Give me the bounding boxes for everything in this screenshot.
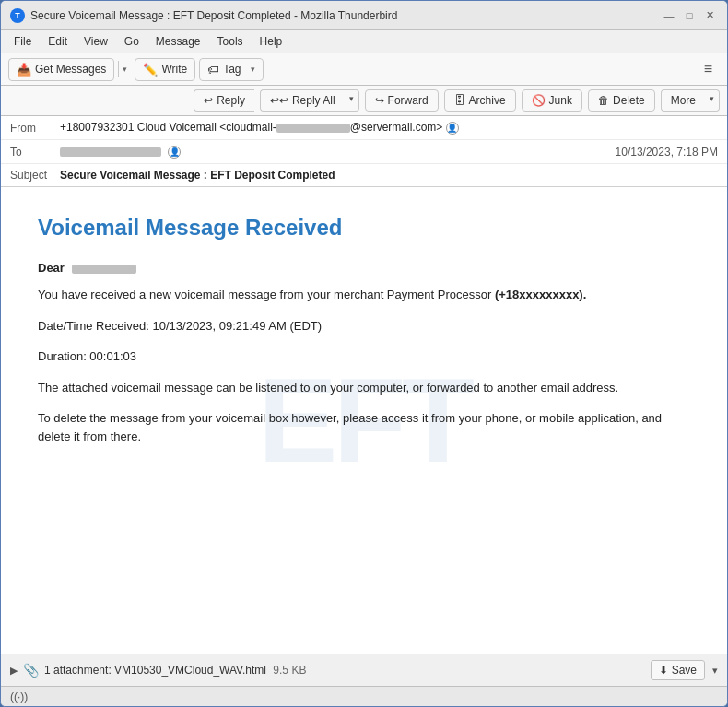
email-dear: Dear (38, 261, 690, 275)
archive-button[interactable]: 🗄 Archive (444, 89, 516, 112)
to-label: To (10, 146, 54, 159)
from-value: +18007932301 Cloud Voicemail <cloudmail-… (60, 121, 718, 135)
menu-edit[interactable]: Edit (41, 32, 75, 51)
menu-view[interactable]: View (76, 32, 115, 51)
menu-tools[interactable]: Tools (210, 32, 251, 51)
main-window: T Secure Voicemail Message : EFT Deposit… (0, 0, 728, 707)
menu-help[interactable]: Help (252, 32, 290, 51)
dear-prefix: Dear (38, 261, 65, 275)
menu-bar: File Edit View Go Message Tools Help (1, 30, 727, 53)
menu-file[interactable]: File (6, 32, 39, 51)
reply-label: Reply (217, 94, 245, 107)
reply-all-button[interactable]: ↩↩ Reply All (260, 89, 345, 112)
get-messages-button[interactable]: 📥 Get Messages (8, 58, 114, 81)
get-messages-group: 📥 Get Messages ▾ (8, 58, 131, 81)
from-text: +18007932301 Cloud Voicemail <cloudmail- (60, 121, 276, 134)
archive-icon: 🗄 (454, 94, 465, 107)
get-messages-label: Get Messages (35, 63, 106, 76)
status-bar: ((·)) (1, 686, 727, 706)
reply-all-group: ↩↩ Reply All ▾ (260, 89, 359, 112)
tag-dropdown-arrow[interactable]: ▾ (247, 65, 255, 74)
forward-label: Forward (388, 94, 429, 107)
from-domain: @servermail.com> (350, 121, 443, 134)
subject-row: Subject Secure Voicemail Message : EFT D… (1, 164, 727, 186)
email-datetime: Date/Time Received: 10/13/2023, 09:21:49… (38, 317, 690, 336)
reply-all-icon: ↩↩ (270, 94, 288, 107)
junk-button[interactable]: 🚫 Junk (522, 89, 582, 112)
window-controls: — □ ✕ (661, 7, 718, 24)
reply-icon: ↩ (204, 94, 213, 107)
dear-name-redacted (72, 265, 136, 274)
reply-button[interactable]: ↩ Reply (194, 89, 254, 112)
save-label: Save (672, 664, 697, 677)
main-toolbar: 📥 Get Messages ▾ ✏️ Write 🏷 Tag ▾ ≡ (1, 53, 727, 86)
write-icon: ✏️ (143, 63, 158, 77)
delete-button[interactable]: 🗑 Delete (588, 89, 655, 112)
to-row: To 👤 10/13/2023, 7:18 PM (1, 140, 727, 164)
archive-label: Archive (469, 94, 506, 107)
email-heading: Voicemail Message Received (38, 215, 690, 241)
get-messages-dropdown[interactable]: ▾ (118, 61, 131, 77)
email-duration: Duration: 00:01:03 (38, 348, 690, 366)
menu-message[interactable]: Message (148, 32, 208, 51)
email-para-2: The attached voicemail message can be li… (38, 379, 690, 397)
to-redacted (60, 147, 161, 157)
window-title: Secure Voicemail Message : EFT Deposit C… (30, 9, 397, 22)
from-contact-icon[interactable]: 👤 (446, 122, 459, 135)
write-label: Write (161, 63, 187, 76)
email-body: EFT Voicemail Message Received Dear You … (1, 187, 727, 654)
email-date: 10/13/2023, 7:18 PM (616, 146, 718, 159)
email-para-3: To delete the message from your voicemai… (38, 409, 690, 445)
phone-number: (+18xxxxxxxxx). (495, 288, 586, 301)
email-content: Voicemail Message Received Dear You have… (1, 187, 727, 486)
hamburger-menu-button[interactable]: ≡ (697, 57, 720, 81)
minimize-button[interactable]: — (661, 7, 677, 24)
action-bar: ↩ Reply ↩↩ Reply All ▾ ↪ Forward 🗄 Archi… (1, 86, 727, 116)
tag-label: Tag (223, 63, 241, 76)
tag-button[interactable]: 🏷 Tag ▾ (199, 58, 263, 81)
title-bar-left: T Secure Voicemail Message : EFT Deposit… (10, 8, 397, 23)
attachment-name: 1 attachment: VM10530_VMCloud_WAV.html (44, 664, 266, 677)
attachment-size: 9.5 KB (273, 664, 306, 677)
junk-icon: 🚫 (532, 94, 546, 107)
from-label: From (10, 122, 54, 135)
write-button[interactable]: ✏️ Write (135, 58, 195, 81)
attachment-paperclip-icon: 📎 (23, 663, 39, 678)
close-button[interactable]: ✕ (701, 7, 718, 24)
attachment-bar: ▶ 📎 1 attachment: VM10530_VMCloud_WAV.ht… (1, 654, 727, 686)
tag-icon: 🏷 (207, 63, 219, 77)
save-attachment-button[interactable]: ⬇ Save (651, 660, 705, 680)
more-dropdown[interactable]: ▾ (705, 89, 720, 112)
subject-label: Subject (10, 169, 54, 182)
wifi-status-icon: ((·)) (10, 690, 28, 703)
delete-icon: 🗑 (598, 94, 609, 107)
attachment-label: 1 attachment: VM10530_VMCloud_WAV.html 9… (44, 664, 645, 677)
forward-icon: ↪ (375, 94, 384, 107)
email-para-1: You have received a new voicemail messag… (38, 286, 690, 304)
from-row: From +18007932301 Cloud Voicemail <cloud… (1, 116, 727, 140)
to-contact-icon[interactable]: 👤 (168, 146, 181, 159)
to-value: 👤 (60, 145, 610, 159)
email-header: From +18007932301 Cloud Voicemail <cloud… (1, 116, 727, 187)
more-label: More (671, 94, 696, 107)
get-messages-icon: 📥 (17, 63, 31, 77)
reply-all-label: Reply All (292, 94, 335, 107)
junk-label: Junk (549, 94, 572, 107)
app-icon: T (10, 8, 25, 23)
title-bar: T Secure Voicemail Message : EFT Deposit… (1, 1, 727, 30)
from-redacted (276, 124, 350, 133)
attachment-expand-arrow[interactable]: ▶ (10, 665, 18, 677)
menu-go[interactable]: Go (117, 32, 147, 51)
subject-value: Secure Voicemail Message : EFT Deposit C… (60, 169, 335, 182)
save-dropdown-arrow[interactable]: ▾ (712, 665, 718, 677)
maximize-button[interactable]: □ (681, 7, 698, 24)
reply-all-dropdown[interactable]: ▾ (345, 89, 359, 112)
more-group: More ▾ (661, 89, 720, 112)
para1-text: You have received a new voicemail messag… (38, 288, 495, 301)
forward-button[interactable]: ↪ Forward (365, 89, 439, 112)
reply-group: ↩ Reply (194, 89, 254, 112)
delete-label: Delete (613, 94, 645, 107)
save-download-icon: ⬇ (659, 664, 668, 677)
more-button[interactable]: More (661, 89, 705, 112)
